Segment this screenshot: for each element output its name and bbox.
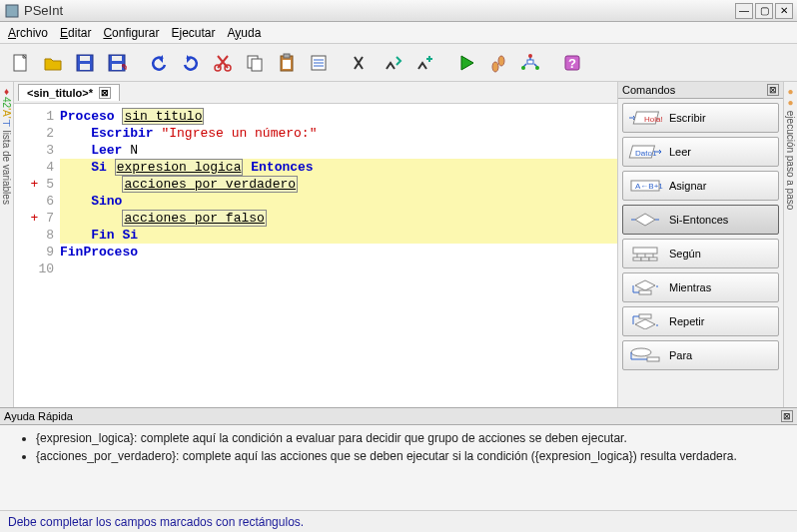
svg-rect-20: [527, 60, 533, 64]
tab-label: <sin_titulo>*: [27, 87, 93, 99]
svg-rect-14: [284, 54, 290, 58]
command-escribir[interactable]: Hola!Escribir: [622, 103, 779, 133]
undo-icon[interactable]: [144, 48, 174, 78]
left-sidebar: ♦42'A'⊤ lista de variables * ≠ ∥ ∧ opera…: [0, 82, 14, 407]
svg-point-19: [528, 54, 532, 58]
svg-rect-34: [649, 258, 657, 261]
svg-rect-36: [639, 314, 651, 318]
svg-rect-4: [80, 64, 90, 70]
find-icon[interactable]: [346, 48, 376, 78]
close-button[interactable]: ✕: [775, 3, 793, 19]
menu-ejecutar[interactable]: Ejecutar: [171, 26, 215, 40]
main-area: ♦42'A'⊤ lista de variables * ≠ ∥ ∧ opera…: [0, 82, 797, 407]
pin-icon[interactable]: ⊠: [767, 84, 779, 96]
maximize-button[interactable]: ▢: [755, 3, 773, 19]
svg-rect-33: [641, 258, 649, 261]
svg-rect-3: [80, 56, 90, 61]
menu-configurar[interactable]: Configurar: [103, 26, 159, 40]
help-pin-icon[interactable]: ⊠: [781, 410, 793, 422]
menu-archivo[interactable]: Archivo: [8, 26, 48, 40]
svg-rect-12: [252, 59, 262, 71]
command-si-entonces[interactable]: Si-Entonces: [622, 205, 779, 235]
new-icon[interactable]: [6, 48, 36, 78]
svg-text:?: ?: [568, 56, 576, 71]
svg-rect-35: [639, 290, 651, 294]
titlebar: PSeInt — ▢ ✕: [0, 0, 797, 22]
svg-point-21: [521, 66, 525, 70]
cmd-icon: Hola!: [627, 109, 663, 127]
menu-ayuda[interactable]: Ayuda: [227, 26, 261, 40]
help-item: {acciones_por_verdadero}: complete aquí …: [36, 449, 777, 463]
commands-panel: Comandos ⊠ Hola!EscribirDato1LeerA←B+1As…: [617, 82, 783, 407]
svg-rect-15: [283, 60, 291, 69]
svg-rect-38: [647, 357, 659, 361]
cmd-icon: Dato1: [627, 143, 663, 161]
menubar: Archivo Editar Configurar Ejecutar Ayuda: [0, 22, 797, 44]
code-editor[interactable]: 1234+ 56+ 78910 Proceso sin_titulo Escri…: [14, 104, 617, 407]
app-icon: [4, 3, 20, 19]
tab-strip: <sin_titulo>* ⊠: [14, 82, 617, 104]
redo-icon[interactable]: [176, 48, 206, 78]
cmd-icon: [627, 278, 663, 296]
open-icon[interactable]: [38, 48, 68, 78]
editor-area: <sin_titulo>* ⊠ 1234+ 56+ 78910 Proceso …: [14, 82, 617, 407]
command-asignar[interactable]: A←B+1Asignar: [622, 171, 779, 201]
svg-rect-31: [633, 248, 657, 254]
saveas-icon[interactable]: ✎: [102, 48, 132, 78]
status-message: Debe completar los campos marcados con r…: [8, 515, 304, 529]
indent-icon[interactable]: [304, 48, 334, 78]
svg-text:A←B+1: A←B+1: [635, 182, 663, 191]
cut-icon[interactable]: [208, 48, 238, 78]
help-header: Ayuda Rápida ⊠: [0, 408, 797, 425]
commands-list: Hola!EscribirDato1LeerA←B+1AsignarSi-Ent…: [618, 99, 783, 407]
svg-text:Dato1: Dato1: [635, 149, 657, 158]
cmd-icon: [627, 346, 663, 364]
file-tab[interactable]: <sin_titulo>* ⊠: [18, 84, 120, 101]
run-icon[interactable]: [451, 48, 481, 78]
cmd-icon: [627, 245, 663, 263]
menu-editar[interactable]: Editar: [60, 26, 91, 40]
svg-point-18: [498, 56, 504, 66]
svg-text:Hola!: Hola!: [644, 115, 663, 124]
vars-tab[interactable]: ♦42'A'⊤ lista de variables: [0, 82, 13, 407]
svg-point-37: [631, 348, 651, 356]
step-icon[interactable]: [483, 48, 513, 78]
svg-point-22: [535, 66, 539, 70]
svg-text:✎: ✎: [121, 62, 127, 73]
command-para[interactable]: Para: [622, 340, 779, 370]
svg-rect-0: [6, 5, 18, 17]
command-leer[interactable]: Dato1Leer: [622, 137, 779, 167]
code-body[interactable]: Proceso sin_titulo Escribir "Ingrese un …: [60, 104, 617, 407]
command-repetir[interactable]: Repetir: [622, 306, 779, 336]
help-panel: Ayuda Rápida ⊠ {expresion_logica}: compl…: [0, 407, 797, 510]
svg-point-17: [492, 62, 498, 72]
cmd-icon: A←B+1: [627, 177, 663, 195]
help-item: {expresion_logica}: complete aquí la con…: [36, 431, 777, 445]
right-sidebar[interactable]: ●● ejecución paso a paso: [783, 82, 797, 407]
paste-icon[interactable]: [272, 48, 302, 78]
save-icon[interactable]: [70, 48, 100, 78]
cmd-icon: [627, 211, 663, 229]
copy-icon[interactable]: [240, 48, 270, 78]
svg-rect-6: [112, 56, 122, 61]
command-según[interactable]: Según: [622, 239, 779, 268]
cmd-icon: [627, 312, 663, 330]
help-icon[interactable]: ?: [557, 48, 587, 78]
tab-close-icon[interactable]: ⊠: [99, 87, 111, 99]
toolbar: ✎ ?: [0, 44, 797, 82]
line-gutter: 1234+ 56+ 78910: [14, 104, 60, 407]
commands-header: Comandos ⊠: [618, 82, 783, 99]
minimize-button[interactable]: —: [735, 3, 753, 19]
flowchart-icon[interactable]: [515, 48, 545, 78]
window-title: PSeInt: [24, 3, 733, 18]
help-body: {expresion_logica}: complete aquí la con…: [0, 425, 797, 510]
command-mientras[interactable]: Mientras: [622, 272, 779, 302]
replace-icon[interactable]: [409, 48, 439, 78]
statusbar: Debe completar los campos marcados con r…: [0, 510, 797, 532]
svg-rect-32: [633, 258, 641, 261]
findnext-icon[interactable]: [378, 48, 407, 78]
